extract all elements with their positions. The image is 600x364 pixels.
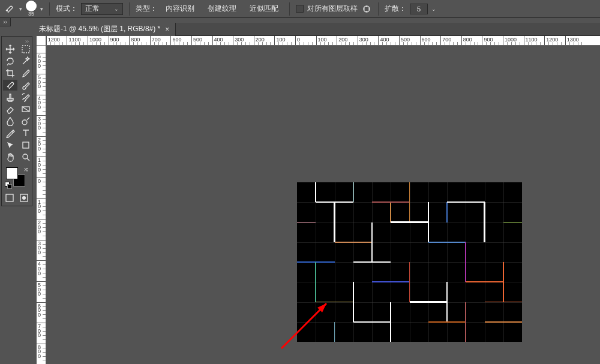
tool-stamp[interactable]: [3, 92, 17, 103]
tool-preset-chevron-icon[interactable]: ▾: [19, 6, 22, 12]
tool-healing[interactable]: [3, 80, 17, 91]
ruler-origin[interactable]: [37, 36, 46, 46]
tool-crop[interactable]: [3, 68, 17, 79]
tool-pen[interactable]: [3, 128, 17, 139]
foreground-color-swatch[interactable]: [6, 167, 18, 179]
mode-select[interactable]: 正常 ⌄: [81, 3, 123, 15]
svg-rect-2: [22, 46, 29, 53]
quick-mask-mode-button[interactable]: [17, 192, 31, 203]
separator: [49, 2, 50, 16]
close-icon[interactable]: ×: [165, 25, 169, 34]
document-tab[interactable]: 未标题-1 @ 45.5% (图层 1, RGB/8#) * ×: [33, 23, 176, 36]
standard-mode-button[interactable]: [3, 192, 16, 203]
mode-label: 模式：: [56, 4, 77, 14]
sample-all-layers-label: 对所有图层取样: [307, 4, 358, 14]
tool-hand[interactable]: [3, 152, 17, 163]
vertical-ruler[interactable]: 6005004003002001000100200300400500600700…: [37, 46, 46, 364]
tool-shape[interactable]: [19, 140, 33, 151]
canvas-viewport[interactable]: [46, 46, 600, 364]
document-canvas[interactable]: [297, 182, 522, 342]
tool-type[interactable]: [19, 128, 33, 139]
horizontal-ruler[interactable]: 1200110010009008007006005004003002001000…: [46, 36, 600, 46]
options-bar: ▾ 35 ▾ 模式： 正常 ⌄ 类型： 内容识别 创建纹理 近似匹配 对所有图层…: [0, 0, 600, 18]
expand-label: 扩散：: [385, 4, 406, 14]
type-content-aware-button[interactable]: 内容识别: [161, 3, 199, 15]
current-tool-icon[interactable]: [2, 2, 16, 16]
svg-rect-8: [6, 194, 13, 201]
tool-blur[interactable]: [3, 116, 17, 127]
brush-size-value: 35: [28, 11, 34, 17]
svg-rect-6: [23, 142, 29, 148]
svg-point-0: [7, 10, 8, 11]
pressure-toggle-icon[interactable]: [361, 4, 372, 14]
svg-point-10: [22, 196, 26, 200]
expand-chevron-icon[interactable]: ⌄: [431, 6, 436, 12]
tool-brush[interactable]: [19, 80, 33, 91]
tool-dodge[interactable]: [19, 116, 33, 127]
separator: [378, 2, 379, 16]
panel-collapse-chevron-icon[interactable]: ››: [3, 39, 31, 44]
type-proximity-match-button[interactable]: 近似匹配: [245, 3, 283, 15]
tool-lasso[interactable]: [3, 56, 17, 67]
tool-gradient[interactable]: [19, 104, 33, 115]
tool-eraser[interactable]: [3, 104, 17, 115]
panel-collapse-handle[interactable]: ››: [0, 18, 11, 26]
tool-panel: ›› ⤭: [1, 36, 32, 206]
brush-chevron-icon[interactable]: ▾: [40, 6, 43, 12]
tool-history-brush[interactable]: [19, 92, 33, 103]
tool-path-select[interactable]: [3, 140, 17, 151]
color-swatches: ⤭: [3, 166, 31, 190]
brush-preview-icon: [26, 1, 37, 11]
type-label: 类型：: [136, 4, 157, 14]
sample-all-layers-checkbox[interactable]: [296, 5, 304, 13]
chevron-down-icon: ⌄: [114, 6, 119, 12]
expand-value-input[interactable]: 5: [410, 4, 428, 14]
separator: [129, 2, 130, 16]
document-tab-bar: 未标题-1 @ 45.5% (图层 1, RGB/8#) * ×: [33, 23, 600, 36]
svg-point-5: [22, 120, 27, 125]
document-tab-title: 未标题-1 @ 45.5% (图层 1, RGB/8#) *: [39, 24, 160, 34]
svg-point-3: [8, 86, 9, 88]
tool-eyedropper[interactable]: [19, 68, 33, 79]
tool-move[interactable]: [3, 44, 17, 55]
tool-marquee[interactable]: [19, 44, 33, 55]
mode-value: 正常: [85, 4, 100, 14]
tool-zoom[interactable]: [19, 152, 33, 163]
svg-point-7: [23, 154, 28, 159]
tool-wand[interactable]: [19, 56, 33, 67]
default-colors-icon[interactable]: [5, 182, 11, 188]
separator: [289, 2, 290, 16]
type-create-texture-button[interactable]: 创建纹理: [203, 3, 241, 15]
brush-size-picker[interactable]: 35: [26, 1, 37, 17]
swap-colors-icon[interactable]: ⤭: [23, 166, 28, 173]
